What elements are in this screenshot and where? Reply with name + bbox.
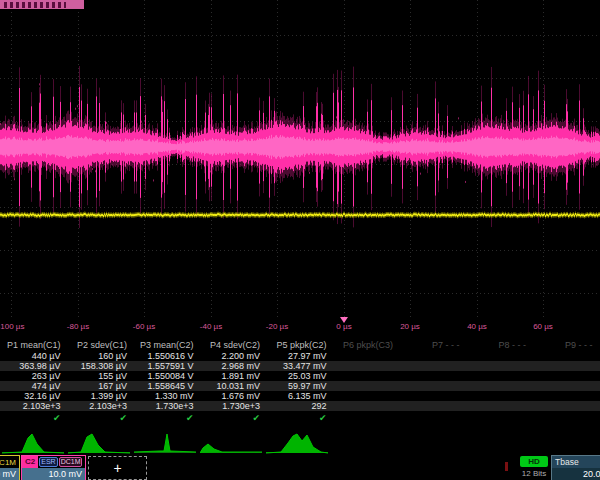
measurement-value: 160 µV (67, 351, 134, 361)
measurement-header[interactable]: P5 pkpk(C2) (266, 340, 333, 351)
measurement-value: 59.97 mV (266, 381, 333, 391)
measurement-value (333, 371, 400, 381)
channel-c2-descriptor[interactable]: C2 ESRDC1M 10.0 mV (21, 455, 86, 480)
measurement-value (532, 371, 599, 381)
time-axis: -100 µs-80 µs-60 µs-40 µs-20 µs0 µs20 µs… (0, 317, 600, 340)
timebase-descriptor[interactable]: Tbase 20.0 (551, 455, 600, 480)
axis-tick-label: -20 µs (266, 322, 288, 331)
status-check-icon: ✔ (0, 411, 67, 423)
status-check-icon (333, 411, 400, 423)
measurement-value (399, 401, 466, 411)
axis-tick-label: -100 µs (0, 322, 24, 331)
measurement-value: 33.477 mV (266, 361, 333, 371)
histicon[interactable] (134, 433, 196, 454)
measurement-value (333, 391, 400, 401)
measurement-value: 2.103e+3 (67, 401, 134, 411)
histicon[interactable] (200, 433, 262, 454)
axis-tick-label: -40 µs (200, 322, 222, 331)
status-check-icon (399, 411, 466, 423)
measurement-header[interactable]: P2 sdev(C1) (67, 340, 134, 351)
measurement-value: 1.558645 V (133, 381, 200, 391)
measurement-value (399, 351, 466, 361)
status-check-icon: ✔ (67, 411, 134, 423)
axis-tick-label: 60 µs (533, 322, 553, 331)
histicon[interactable] (68, 433, 130, 454)
c1-coupling-label: DC1M (0, 458, 19, 467)
axis-tick-label: -60 µs (133, 322, 155, 331)
badge-marks (4, 2, 66, 8)
bit-resolution-label: 12 Bits (512, 469, 556, 478)
measurement-header[interactable]: P9 - - - (532, 340, 599, 351)
measurement-value (399, 381, 466, 391)
axis-tick-label: -80 µs (67, 322, 89, 331)
measurement-value (532, 381, 599, 391)
measurement-value (466, 391, 533, 401)
waveform-display[interactable] (0, 0, 600, 317)
axis-tick-label: 0 µs (336, 322, 351, 331)
measurement-table: P1 mean(C1)P2 sdev(C1)P3 mean(C2)P4 sdev… (0, 340, 600, 423)
measurement-value (466, 401, 533, 411)
measurement-value: 167 µV (67, 381, 134, 391)
measurement-value: 155 µV (67, 371, 134, 381)
measurement-value (399, 391, 466, 401)
measurement-value: 1.730e+3 (133, 401, 200, 411)
measurement-value: 1.730e+3 (200, 401, 267, 411)
measurement-value: 1.550084 V (133, 371, 200, 381)
measurement-value: 2.103e+3 (0, 401, 67, 411)
add-trace-button[interactable]: + (88, 456, 147, 480)
measurement-value (532, 361, 599, 371)
measurement-value: 474 µV (0, 381, 67, 391)
c1-scale-value: 0 mV (0, 468, 19, 480)
measurement-value (333, 361, 400, 371)
measurement-value (333, 381, 400, 391)
measurement-header[interactable]: P1 mean(C1) (0, 340, 67, 351)
measurement-header[interactable]: P8 - - - (466, 340, 533, 351)
measurement-header[interactable]: P3 mean(C2) (133, 340, 200, 351)
measurement-value (466, 371, 533, 381)
measurement-value: 263 µV (0, 371, 67, 381)
measurement-value (399, 371, 466, 381)
axis-tick-label: 20 µs (400, 322, 420, 331)
oscilloscope-screen: -100 µs-80 µs-60 µs-40 µs-20 µs0 µs20 µs… (0, 0, 600, 480)
c2-badge-dc1m: DC1M (59, 457, 83, 467)
measurement-value: 32.16 µV (0, 391, 67, 401)
measurement-value: 363.98 µV (0, 361, 67, 371)
c2-scale-value: 10.0 mV (22, 468, 85, 480)
measurement-value (532, 351, 599, 361)
measurement-value: 1.330 mV (133, 391, 200, 401)
measurement-value: 158.308 µV (67, 361, 134, 371)
c2-badge-esr: ESR (39, 457, 57, 467)
measurement-value (333, 351, 400, 361)
plus-icon: + (113, 460, 121, 476)
measurement-value (532, 391, 599, 401)
channel-c1-descriptor[interactable]: DC1M 0 mV (0, 455, 20, 480)
status-check-icon (532, 411, 599, 423)
measurement-value (466, 361, 533, 371)
measurement-value (399, 361, 466, 371)
measurement-value: 1.550616 V (133, 351, 200, 361)
c2-label: C2 (22, 456, 38, 468)
clipped-trigger-sliver (505, 462, 508, 471)
status-check-icon: ✔ (133, 411, 200, 423)
measurement-value: 6.135 mV (266, 391, 333, 401)
histicon[interactable] (2, 433, 64, 454)
histicon[interactable] (266, 433, 328, 454)
measurement-header[interactable]: P7 - - - (399, 340, 466, 351)
measurement-value (466, 381, 533, 391)
measurement-value (532, 401, 599, 411)
status-check-icon: ✔ (200, 411, 267, 423)
measurement-value: 2.200 mV (200, 351, 267, 361)
measurement-value: 1.557591 V (133, 361, 200, 371)
measurement-value: 1.891 mV (200, 371, 267, 381)
measurement-header[interactable]: P6 pkpk(C3) (333, 340, 400, 351)
measurement-value (333, 401, 400, 411)
measurement-value: 440 µV (0, 351, 67, 361)
measurement-value: 1.676 mV (200, 391, 267, 401)
measurement-value: 25.03 mV (266, 371, 333, 381)
timebase-scale-value: 20.0 (552, 468, 600, 480)
histicon-row (2, 433, 332, 454)
hd-mode-badge[interactable]: HD (520, 456, 548, 467)
measurement-header[interactable]: P4 sdev(C2) (200, 340, 267, 351)
timebase-title: Tbase (552, 456, 600, 468)
status-check-icon (466, 411, 533, 423)
